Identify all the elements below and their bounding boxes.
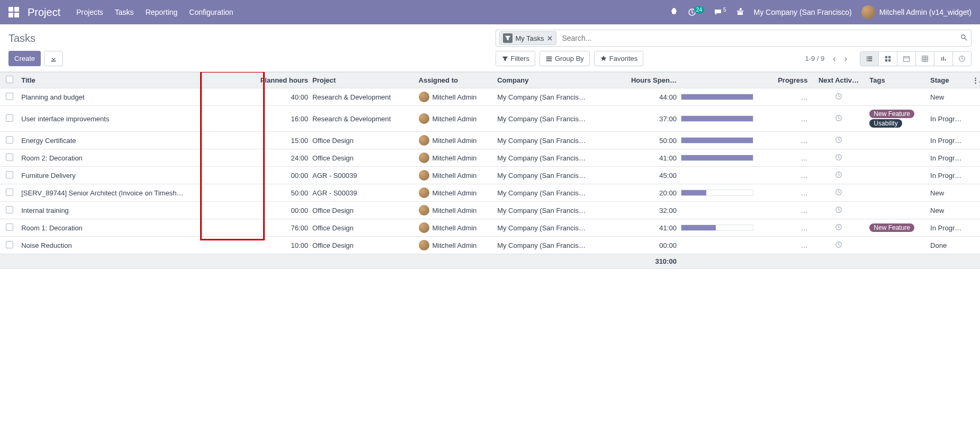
search-icon[interactable] [960, 34, 968, 43]
cell-company: My Company (San Francis… [495, 106, 615, 132]
table-row[interactable]: Room 2: Decoration 24:00 Office Design M… [0, 149, 980, 167]
table-row[interactable]: Energy Certificate 15:00 Office Design M… [0, 132, 980, 149]
row-checkbox[interactable] [6, 171, 13, 178]
company-switcher[interactable]: My Company (San Francisco) [754, 8, 852, 16]
row-checkbox[interactable] [6, 241, 13, 248]
cell-progress-more[interactable]: … [756, 184, 810, 202]
username: Mitchell Admin (v14_widget) [879, 8, 972, 16]
col-title[interactable]: Title [19, 73, 233, 88]
cell-assigned: Mitchell Admin [417, 132, 496, 149]
cell-project: Office Design [310, 202, 417, 219]
cell-progress-more[interactable]: … [756, 202, 810, 219]
cell-progress-more[interactable]: … [756, 237, 810, 254]
cell-activity[interactable] [810, 149, 868, 167]
col-options-icon[interactable]: ⋮ [970, 73, 980, 88]
apps-icon[interactable] [8, 7, 19, 17]
close-icon[interactable]: ✕ [547, 34, 553, 42]
list-view-button[interactable] [860, 52, 879, 66]
messages-icon[interactable]: 5 [714, 8, 726, 16]
cell-activity[interactable] [810, 106, 868, 132]
table-row[interactable]: Room 1: Decoration 76:00 Office Design M… [0, 219, 980, 237]
cell-progress-more[interactable]: … [756, 106, 810, 132]
progress-bar [681, 94, 753, 100]
col-project[interactable]: Project [310, 73, 417, 88]
table-row[interactable]: User interface improvements 16:00 Resear… [0, 106, 980, 132]
app-name[interactable]: Project [28, 6, 60, 19]
cell-title: [SERV_89744] Senior Architect (Invoice o… [19, 184, 233, 202]
cell-activity[interactable] [810, 167, 868, 184]
cell-company: My Company (San Francis… [495, 132, 615, 149]
table-row[interactable]: Noise Reduction 10:00 Office Design Mitc… [0, 237, 980, 254]
cell-assigned: Mitchell Admin [417, 167, 496, 184]
col-activity[interactable]: Next Activ… [810, 73, 868, 88]
cell-progress-more[interactable]: … [756, 219, 810, 237]
cell-project: Office Design [310, 149, 417, 167]
cell-tags [867, 88, 928, 106]
cell-progress-more[interactable]: … [756, 167, 810, 184]
row-checkbox[interactable] [6, 223, 13, 231]
download-button[interactable] [44, 51, 63, 66]
favorites-button[interactable]: Favorites [594, 51, 643, 66]
cell-progress-more[interactable]: … [756, 149, 810, 167]
row-checkbox[interactable] [6, 93, 13, 100]
cell-tags [867, 184, 928, 202]
cell-company: My Company (San Francis… [495, 167, 615, 184]
table-row[interactable]: [SERV_89744] Senior Architect (Invoice o… [0, 184, 980, 202]
cell-stage: In Progr… [928, 106, 970, 132]
table-row[interactable]: Internal training 00:00 Office Design Mi… [0, 202, 980, 219]
row-checkbox[interactable] [6, 136, 13, 144]
row-checkbox[interactable] [6, 114, 13, 122]
table-row[interactable]: Furniture Delivery 00:00 AGR - S00039 Mi… [0, 167, 980, 184]
col-planned[interactable]: Planned hours [233, 73, 310, 88]
create-button[interactable]: Create [8, 51, 41, 66]
cell-project: Research & Development [310, 88, 417, 106]
cell-activity[interactable] [810, 219, 868, 237]
notifications-icon[interactable]: 24 [688, 8, 704, 16]
nav-tasks[interactable]: Tasks [115, 8, 134, 16]
nav-reporting[interactable]: Reporting [146, 8, 178, 16]
pager-value[interactable]: 1-9 / 9 [805, 55, 824, 62]
cell-activity[interactable] [810, 132, 868, 149]
row-checkbox[interactable] [6, 189, 13, 196]
kanban-view-button[interactable] [879, 52, 897, 66]
col-company[interactable]: Company [495, 73, 615, 88]
cell-hours: 45:00 [615, 167, 679, 184]
cell-tags [867, 132, 928, 149]
row-checkbox[interactable] [6, 206, 13, 213]
cell-progress-more[interactable]: … [756, 132, 810, 149]
cell-planned: 16:00 [233, 106, 310, 132]
filters-button[interactable]: Filters [496, 51, 535, 66]
groupby-button[interactable]: Group By [540, 51, 590, 66]
svg-rect-7 [922, 56, 928, 61]
col-hours[interactable]: Hours Spen… [615, 73, 679, 88]
cell-progress-more[interactable]: … [756, 88, 810, 106]
search-input[interactable] [560, 32, 960, 44]
cell-activity[interactable] [810, 237, 868, 254]
cell-activity[interactable] [810, 202, 868, 219]
prev-button[interactable]: ‹ [829, 52, 840, 66]
nav-projects[interactable]: Projects [76, 8, 103, 16]
svg-point-1 [961, 34, 965, 38]
row-checkbox[interactable] [6, 154, 13, 161]
avatar-icon [419, 170, 429, 181]
gift-icon[interactable] [736, 7, 744, 17]
col-tags[interactable]: Tags [867, 73, 928, 88]
nav-configuration[interactable]: Configuration [189, 8, 233, 16]
pivot-view-button[interactable] [916, 52, 934, 66]
calendar-view-button[interactable] [897, 52, 916, 66]
table-row[interactable]: Planning and budget 40:00 Research & Dev… [0, 88, 980, 106]
col-progress[interactable]: Progress [756, 73, 810, 88]
cell-activity[interactable] [810, 184, 868, 202]
cell-assigned: Mitchell Admin [417, 219, 496, 237]
col-assigned[interactable]: Assigned to [417, 73, 496, 88]
activity-view-button[interactable] [953, 52, 971, 66]
clock-icon [835, 172, 842, 180]
cell-activity[interactable] [810, 88, 868, 106]
search-box[interactable]: My Tasks ✕ [496, 30, 972, 47]
col-stage[interactable]: Stage [928, 73, 970, 88]
user-menu[interactable]: Mitchell Admin (v14_widget) [861, 5, 972, 19]
graph-view-button[interactable] [934, 52, 953, 66]
bug-icon[interactable] [670, 7, 678, 17]
next-button[interactable]: › [840, 52, 851, 66]
select-all-checkbox[interactable] [6, 76, 13, 83]
